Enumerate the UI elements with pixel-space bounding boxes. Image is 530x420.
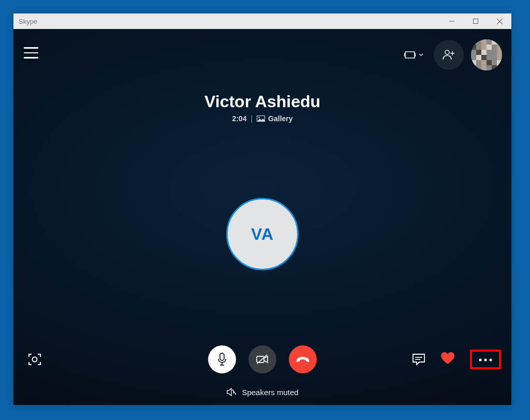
menu-button[interactable] <box>24 47 38 59</box>
snapshot-button[interactable] <box>27 352 42 367</box>
add-people-button[interactable] <box>434 40 464 70</box>
svg-point-20 <box>479 358 481 361</box>
svg-rect-13 <box>220 353 224 360</box>
speaker-muted-icon <box>226 387 237 397</box>
react-button[interactable] <box>440 352 455 367</box>
chevron-down-icon <box>419 53 423 56</box>
call-screen: Victor Ashiedu 2:04 | Gallery VA <box>13 29 511 405</box>
call-duration: 2:04 <box>232 114 246 123</box>
svg-point-21 <box>484 358 487 361</box>
participant-name: Victor Ashiedu <box>13 92 511 111</box>
window-title: Skype <box>19 18 37 25</box>
view-mode-label: Gallery <box>268 114 292 123</box>
snap-layout-button[interactable] <box>401 48 426 62</box>
gallery-icon <box>257 115 265 122</box>
more-icon <box>478 358 493 362</box>
microphone-button[interactable] <box>208 345 236 373</box>
svg-rect-5 <box>404 53 405 56</box>
svg-line-23 <box>232 389 236 395</box>
window-minimize-button[interactable] <box>440 13 464 29</box>
microphone-icon <box>217 353 227 366</box>
end-call-icon <box>295 356 311 363</box>
end-call-button[interactable] <box>289 345 317 373</box>
more-options-button[interactable] <box>470 350 501 369</box>
separator: | <box>251 114 253 123</box>
status-bar: Speakers muted <box>13 387 511 397</box>
hamburger-icon <box>24 47 38 49</box>
app-window: Skype <box>13 13 511 405</box>
call-subheader: 2:04 | Gallery <box>13 114 511 123</box>
svg-point-12 <box>33 357 37 362</box>
snapshot-icon <box>27 352 42 367</box>
svg-point-7 <box>445 50 449 54</box>
chat-icon <box>412 353 425 366</box>
window-maximize-button[interactable] <box>464 13 488 29</box>
view-mode-button[interactable]: Gallery <box>257 114 292 123</box>
camera-button[interactable] <box>248 345 276 373</box>
svg-rect-16 <box>257 356 264 363</box>
svg-rect-6 <box>415 53 416 56</box>
self-video-avatar[interactable] <box>471 39 502 70</box>
call-controls <box>13 344 511 375</box>
svg-rect-4 <box>405 52 415 58</box>
camera-off-icon <box>256 354 269 365</box>
svg-point-22 <box>489 358 492 361</box>
add-person-icon <box>443 49 455 61</box>
avatar-initials: VA <box>251 225 274 244</box>
open-chat-button[interactable] <box>412 353 425 366</box>
heart-icon <box>440 352 455 365</box>
svg-point-11 <box>258 117 260 119</box>
top-right-controls <box>401 39 502 70</box>
snap-layout-icon <box>404 51 416 59</box>
titlebar: Skype <box>13 13 511 29</box>
participant-avatar: VA <box>226 198 299 270</box>
status-text: Speakers muted <box>242 388 298 397</box>
svg-rect-1 <box>474 19 478 24</box>
window-close-button[interactable] <box>488 13 511 29</box>
